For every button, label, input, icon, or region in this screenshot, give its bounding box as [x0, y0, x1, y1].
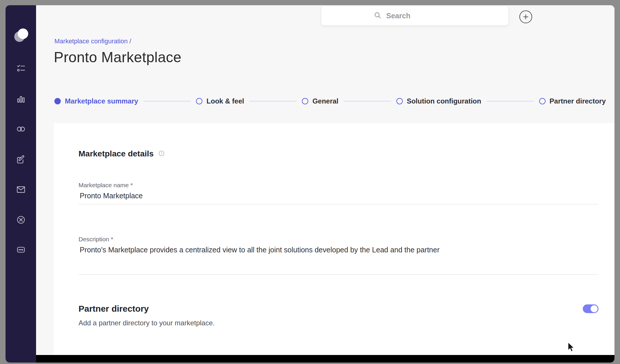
- step-dot-filled-icon: [54, 98, 61, 104]
- step-solution-configuration[interactable]: Solution configuration: [396, 97, 481, 105]
- sidebar-item-compose[interactable]: [6, 154, 36, 166]
- description-label: Description *: [79, 236, 598, 243]
- step-label: Partner directory: [550, 97, 606, 105]
- main-content: Marketplace configuration / Pronto Marke…: [36, 5, 614, 363]
- app-window: Marketplace configuration / Pronto Marke…: [6, 5, 614, 363]
- toggle-knob: [591, 305, 598, 312]
- partner-directory-toggle[interactable]: [583, 304, 598, 313]
- step-connector: [249, 101, 297, 101]
- step-marketplace-summary[interactable]: Marketplace summary: [54, 97, 138, 105]
- step-label: Look & feel: [206, 97, 244, 105]
- section-title: Marketplace details: [79, 149, 154, 158]
- marketplace-name-input[interactable]: [79, 192, 598, 204]
- marketplace-details-card: Marketplace details Marketplace name * D…: [54, 123, 614, 355]
- link-icon: [16, 124, 26, 135]
- sidebar-item-more[interactable]: [6, 245, 36, 256]
- sidebar-item-analytics[interactable]: [6, 94, 36, 105]
- step-connector: [344, 101, 391, 101]
- step-general[interactable]: General: [302, 97, 338, 105]
- step-connector: [143, 101, 191, 101]
- marketplace-name-field: Marketplace name *: [79, 182, 598, 204]
- more-icon: [16, 245, 26, 256]
- search-bar[interactable]: [321, 6, 509, 26]
- step-connector: [487, 101, 534, 101]
- search-icon: [374, 11, 382, 20]
- app-logo[interactable]: [6, 28, 36, 43]
- search-input[interactable]: [386, 12, 456, 20]
- sidebar-item-mail[interactable]: [6, 184, 36, 196]
- sidebar: [6, 5, 36, 363]
- mail-icon: [16, 185, 26, 196]
- step-dot-open-icon: [396, 98, 403, 104]
- step-label: Solution configuration: [407, 97, 481, 105]
- description-field: Description *: [79, 236, 598, 275]
- step-dot-open-icon: [196, 98, 202, 104]
- breadcrumb[interactable]: Marketplace configuration /: [54, 38, 131, 45]
- sidebar-item-cancel[interactable]: [6, 215, 36, 226]
- info-icon[interactable]: [158, 150, 165, 158]
- marketplace-name-label: Marketplace name *: [79, 182, 598, 189]
- description-input[interactable]: [79, 246, 598, 275]
- partner-directory-row: Partner directory: [79, 304, 598, 314]
- step-label: Marketplace summary: [65, 97, 138, 105]
- sidebar-item-links[interactable]: [6, 124, 36, 135]
- step-dot-open-icon: [302, 98, 308, 104]
- add-button[interactable]: [519, 10, 532, 23]
- logo-front-circle: [18, 28, 28, 39]
- stepper: Marketplace summary Look & feel General …: [54, 97, 606, 106]
- circle-x-icon: [16, 215, 26, 226]
- step-look-and-feel[interactable]: Look & feel: [196, 97, 244, 105]
- step-partner-directory[interactable]: Partner directory: [539, 97, 606, 105]
- tasks-icon: [16, 63, 26, 74]
- bar-chart-icon: [16, 94, 26, 105]
- compose-icon: [16, 155, 26, 166]
- sidebar-item-tasks[interactable]: [6, 63, 36, 75]
- partner-directory-description: Add a partner directory to your marketpl…: [79, 319, 598, 327]
- step-dot-open-icon: [539, 98, 546, 104]
- step-label: General: [312, 97, 338, 105]
- partner-directory-title: Partner directory: [79, 304, 149, 314]
- bottom-bar: [36, 355, 614, 363]
- page-title: Pronto Marketplace: [54, 49, 181, 66]
